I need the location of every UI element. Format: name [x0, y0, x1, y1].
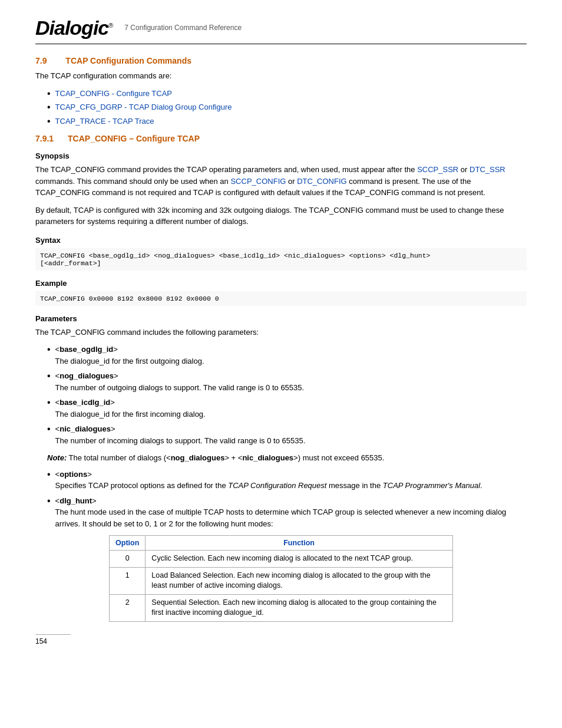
parameters-intro: The TCAP_CONFIG command includes the fol…: [35, 327, 527, 338]
link-tcap-config[interactable]: TCAP_CONFIG - Configure TCAP: [55, 88, 172, 100]
note-line: Note: The total number of dialogs (<nog_…: [47, 452, 527, 464]
param-content: <base_icdlg_id> The dialogue_id for the …: [55, 397, 206, 420]
section-791: 7.9.1 TCAP_CONFIG – Configure TCAP: [35, 134, 527, 143]
table-row: 1 Load Balanced Selection. Each new inco…: [110, 567, 453, 594]
note-label: Note: The total number of dialogs (<nog_…: [47, 453, 384, 462]
param-desc: The hunt mode used in the case of multip…: [55, 506, 527, 529]
page-number: 154: [35, 637, 47, 645]
param-item-options: <options> Specifies TCAP protocol option…: [47, 469, 527, 492]
col-function: Function: [146, 536, 453, 551]
col-option: Option: [110, 536, 146, 551]
header-title: 7 Configuration Command Reference: [124, 18, 242, 32]
param-desc: Specifies TCAP protocol options as defin…: [55, 480, 482, 492]
table-cell-function: Sequential Selection. Each new incoming …: [146, 594, 453, 621]
param-desc: The dialogue_id for the first outgoing d…: [55, 355, 204, 367]
section-79-intro: The TCAP configuration commands are:: [35, 70, 527, 82]
table-row: 2 Sequential Selection. Each new incomin…: [110, 594, 453, 621]
param-content: <options> Specifies TCAP protocol option…: [55, 469, 482, 492]
link-dtc-config[interactable]: DTC_CONFIG: [297, 177, 347, 186]
synopsis-para1: The TCAP_CONFIG command provides the TCA…: [35, 164, 527, 199]
table-cell-option: 0: [110, 551, 146, 568]
link-tcap-trace[interactable]: TCAP_TRACE - TCAP Trace: [55, 116, 154, 127]
table-cell-option: 1: [110, 567, 146, 594]
param-item-dlg-hunt: <dlg_hunt> The hunt mode used in the cas…: [47, 495, 527, 530]
param-item-base-ogdlg: <base_ogdlg_id> The dialogue_id for the …: [47, 344, 527, 367]
example-section: Example TCAP_CONFIG 0x0000 8192 0x8000 8…: [35, 279, 527, 306]
syntax-heading: Syntax: [35, 236, 527, 245]
section-79-link-list: TCAP_CONFIG - Configure TCAP TCAP_CFG_DG…: [47, 88, 527, 127]
param-content: <dlg_hunt> The hunt mode used in the cas…: [55, 495, 527, 530]
link-sccp-ssr[interactable]: SCCP_SSR: [417, 165, 458, 174]
param-list-2: <options> Specifies TCAP protocol option…: [47, 469, 527, 530]
parameters-heading: Parameters: [35, 314, 527, 323]
section-79: 7.9 TCAP Configuration Commands The TCAP…: [35, 56, 527, 127]
table-cell-function: Load Balanced Selection. Each new incomi…: [146, 567, 453, 594]
synopsis-para2: By default, TCAP is configured with 32k …: [35, 205, 527, 228]
page-footer: 154: [35, 634, 71, 645]
param-name: <base_icdlg_id>: [55, 397, 206, 409]
section-791-title: TCAP_CONFIG – Configure TCAP: [68, 134, 200, 143]
options-italic2: TCAP Programmer's Manual: [383, 481, 480, 490]
example-code: TCAP_CONFIG 0x0000 8192 0x8000 8192 0x00…: [35, 291, 527, 306]
synopsis-mid3: or: [286, 177, 297, 186]
param-desc: The number of incoming dialogs to suppor…: [55, 435, 306, 447]
table-header-row: Option Function: [110, 536, 453, 551]
table-body: 0 Cyclic Selection. Each new incoming di…: [110, 551, 453, 622]
param-desc: The dialogue_id for the first incoming d…: [55, 409, 206, 420]
section-79-num: 7.9: [35, 56, 47, 65]
param-item-nog: <nog_dialogues> The number of outgoing d…: [47, 370, 527, 393]
syntax-code: TCAP_CONFIG <base_ogdlg_id> <nog_dialogu…: [35, 248, 527, 271]
table-cell-function: Cyclic Selection. Each new incoming dial…: [146, 551, 453, 568]
list-item: TCAP_TRACE - TCAP Trace: [47, 116, 527, 127]
param-name: <base_ogdlg_id>: [55, 344, 204, 355]
page: Dialogic® 7 Configuration Command Refere…: [0, 0, 562, 663]
param-name: <nog_dialogues>: [55, 370, 305, 382]
param-name: <dlg_hunt>: [55, 495, 527, 507]
param-content: <nic_dialogues> The number of incoming d…: [55, 423, 306, 446]
synopsis-mid2: commands. This command should only be us…: [35, 177, 230, 186]
param-content: <base_ogdlg_id> The dialogue_id for the …: [55, 344, 204, 367]
table: Option Function 0 Cyclic Selection. Each…: [109, 535, 453, 622]
synopsis-heading: Synopsis: [35, 151, 527, 160]
table-head: Option Function: [110, 536, 453, 551]
param-content: <nog_dialogues> The number of outgoing d…: [55, 370, 305, 393]
section-79-heading: 7.9 TCAP Configuration Commands: [35, 56, 527, 65]
param-item-nic: <nic_dialogues> The number of incoming d…: [47, 423, 527, 446]
hunt-mode-table: Option Function 0 Cyclic Selection. Each…: [109, 535, 453, 622]
link-sccp-config[interactable]: SCCP_CONFIG: [230, 177, 286, 186]
synopsis-text1: The TCAP_CONFIG command provides the TCA…: [35, 165, 417, 174]
example-heading: Example: [35, 279, 527, 288]
table-row: 0 Cyclic Selection. Each new incoming di…: [110, 551, 453, 568]
link-dtc-ssr[interactable]: DTC_SSR: [470, 165, 505, 174]
param-desc: The number of outgoing dialogs to suppor…: [55, 382, 305, 394]
page-header: Dialogic® 7 Configuration Command Refere…: [35, 18, 527, 44]
link-tcap-cfg-dgrp[interactable]: TCAP_CFG_DGRP - TCAP Dialog Group Config…: [55, 101, 232, 113]
syntax-section: Syntax TCAP_CONFIG <base_ogdlg_id> <nog_…: [35, 236, 527, 271]
options-text2: message in the: [326, 481, 382, 490]
section-791-num: 7.9.1: [35, 134, 54, 143]
param-list: <base_ogdlg_id> The dialogue_id for the …: [47, 344, 527, 446]
section-79-title: TCAP Configuration Commands: [65, 56, 191, 65]
options-text3: .: [480, 481, 482, 490]
param-item-base-icdlg: <base_icdlg_id> The dialogue_id for the …: [47, 397, 527, 420]
section-791-heading: 7.9.1 TCAP_CONFIG – Configure TCAP: [35, 134, 527, 143]
list-item: TCAP_CFG_DGRP - TCAP Dialog Group Config…: [47, 101, 527, 113]
table-cell-option: 2: [110, 594, 146, 621]
synopsis-section: Synopsis The TCAP_CONFIG command provide…: [35, 151, 527, 228]
options-text1: Specifies TCAP protocol options as defin…: [55, 481, 229, 490]
param-name: <options>: [55, 469, 482, 480]
parameters-section: Parameters The TCAP_CONFIG command inclu…: [35, 314, 527, 530]
param-name: <nic_dialogues>: [55, 423, 306, 435]
list-item: TCAP_CONFIG - Configure TCAP: [47, 88, 527, 100]
synopsis-mid1: or: [458, 165, 470, 174]
logo: Dialogic®: [35, 18, 113, 38]
options-italic1: TCAP Configuration Request: [228, 481, 326, 490]
